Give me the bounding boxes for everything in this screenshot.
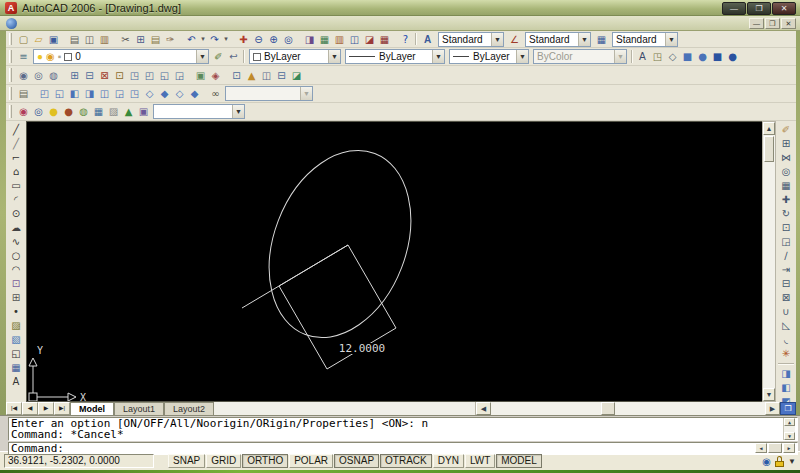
doc-close-button[interactable]: ✕ (781, 18, 796, 29)
scroll-down-icon[interactable]: ▼ (763, 388, 775, 401)
view-sw-isometric-icon[interactable]: ◇ (142, 86, 157, 101)
erase-icon[interactable]: ✐ (779, 123, 794, 137)
bring-to-front-icon[interactable]: ◨ (779, 367, 794, 381)
zoom-realtime-icon[interactable]: ⊖ (251, 32, 266, 47)
table-icon[interactable]: ▦ (9, 361, 24, 375)
orbit-icon[interactable]: ◎ (31, 68, 46, 83)
construction-line-icon[interactable]: ╱ (9, 137, 24, 151)
toggle-otrack[interactable]: OTRACK (380, 454, 432, 468)
separate-icon[interactable]: ◫ (259, 68, 274, 83)
combo-arrow-icon[interactable]: ▼ (328, 50, 340, 63)
layer-previous-icon[interactable]: ↩ (226, 49, 241, 64)
slice-icon[interactable]: ◪ (289, 68, 304, 83)
polygon-icon[interactable]: ⌂ (9, 165, 24, 179)
layer-translate-icon[interactable]: ◳ (650, 49, 665, 64)
offset-icon[interactable]: ◎ (779, 165, 794, 179)
fog-icon[interactable]: ▨ (106, 104, 121, 119)
solidedit-subtract-icon[interactable]: ⊟ (82, 68, 97, 83)
designcenter-icon[interactable]: ▦ (317, 32, 332, 47)
text-style-combo[interactable]: Standard ▼ (438, 32, 504, 47)
combo-arrow-icon[interactable]: ▼ (491, 33, 503, 46)
publish-icon[interactable]: ▥ (97, 32, 112, 47)
minimize-button[interactable]: — (722, 2, 746, 15)
extrude-faces-icon[interactable]: ⊡ (112, 68, 127, 83)
join-icon[interactable]: ∪ (779, 305, 794, 319)
scroll-left-icon[interactable]: ◀ (755, 443, 767, 453)
gouraud-shaded-icon[interactable]: ■ (710, 49, 725, 64)
gradient-icon[interactable]: ▧ (9, 333, 24, 347)
view-bottom-icon[interactable]: ◱ (52, 86, 67, 101)
offset-faces-icon[interactable]: ◰ (142, 68, 157, 83)
shaded-edges-icon[interactable]: ● (725, 49, 740, 64)
horizontal-scrollbar[interactable]: ◀ ▶ (475, 402, 780, 415)
solidedit-union-icon[interactable]: ⊞ (67, 68, 82, 83)
table-style-combo[interactable]: Standard ▼ (612, 32, 678, 47)
render-icon[interactable]: ◉ (16, 104, 31, 119)
continuous-orbit-icon[interactable]: ◍ (46, 68, 61, 83)
toggle-model[interactable]: MODEL (496, 454, 542, 468)
sheet-set-manager-icon[interactable]: ◫ (347, 32, 362, 47)
linetype-control-combo[interactable]: ByLayer ▼ (345, 49, 445, 64)
insert-block-icon[interactable]: ⊡ (9, 277, 24, 291)
render-preferences-icon[interactable]: ▣ (136, 104, 151, 119)
copy-icon[interactable]: ⊞ (133, 32, 148, 47)
send-to-back-icon[interactable]: ◧ (779, 381, 794, 395)
maximize-button[interactable]: ❒ (747, 2, 771, 15)
materials-icon[interactable]: ● (61, 104, 76, 119)
scroll-thumb[interactable] (768, 443, 782, 453)
view-3d-icon[interactable]: ◳ (127, 86, 142, 101)
zoom-previous-icon[interactable]: ◎ (281, 32, 296, 47)
imprint-icon[interactable]: ▣ (193, 68, 208, 83)
make-block-icon[interactable]: ⊞ (9, 291, 24, 305)
fillet-icon[interactable]: ◟ (779, 333, 794, 347)
break-icon[interactable]: ⊠ (779, 291, 794, 305)
tab-next-button[interactable]: ▶ (38, 402, 54, 415)
command-history[interactable]: Enter an option [ON/OFF/All/Noorigin/ORi… (8, 417, 798, 441)
doc-minimize-button[interactable]: — (749, 18, 764, 29)
explode-icon[interactable]: ✳ (779, 347, 794, 361)
layer-on-bulb-icon[interactable]: ● (37, 51, 43, 62)
scroll-right-icon[interactable]: ▶ (783, 443, 795, 453)
undo-icon[interactable]: ↶ (184, 32, 199, 47)
color-control-combo[interactable]: ByLayer ▼ (249, 49, 341, 64)
section-icon[interactable]: ⊟ (274, 68, 289, 83)
named-views-icon[interactable]: ▤ (16, 86, 31, 101)
view-ne-isometric-icon[interactable]: ◇ (172, 86, 187, 101)
match-properties-icon[interactable]: ✑ (163, 32, 178, 47)
properties-icon[interactable]: ◨ (302, 32, 317, 47)
render-preset-combo[interactable]: ▼ (153, 104, 245, 119)
scroll-left-icon[interactable]: ◀ (476, 402, 491, 415)
copy-object-icon[interactable]: ⊞ (779, 137, 794, 151)
mirror-icon[interactable]: ⋈ (779, 151, 794, 165)
scroll-down-icon[interactable]: ▼ (784, 432, 795, 440)
status-menu-arrow-icon[interactable]: ▼ (788, 457, 796, 466)
clean-icon[interactable]: ◈ (208, 68, 223, 83)
scroll-up-icon[interactable]: ▲ (784, 418, 795, 426)
wireframe-icon[interactable]: ◇ (665, 49, 680, 64)
help-icon[interactable]: ? (398, 32, 413, 47)
save-icon[interactable]: ▣ (46, 32, 61, 47)
tab-first-button[interactable]: |◀ (6, 402, 22, 415)
array-icon[interactable]: ▦ (779, 179, 794, 193)
doc-restore-button[interactable]: ❒ (765, 18, 780, 29)
communication-center-icon[interactable]: ◉ (762, 456, 771, 467)
plot-icon[interactable]: ▤ (67, 32, 82, 47)
combo-arrow-icon[interactable]: ▼ (432, 50, 444, 63)
view-back-icon[interactable]: ◲ (112, 86, 127, 101)
combo-arrow-icon[interactable]: ▼ (578, 33, 590, 46)
toggle-polar[interactable]: POLAR (289, 454, 333, 468)
toolbar-grip[interactable] (9, 87, 12, 101)
flat-shaded-icon[interactable]: ● (695, 49, 710, 64)
scroll-thumb[interactable] (764, 136, 774, 162)
combo-arrow-icon[interactable]: ▼ (232, 105, 244, 118)
tool-palettes-icon[interactable]: ▥ (332, 32, 347, 47)
text-annotation-icon[interactable]: A (635, 49, 650, 64)
toggle-ortho[interactable]: ORTHO (242, 454, 288, 468)
command-scrollbar[interactable]: ▲ ▼ (783, 418, 795, 440)
stretch-icon[interactable]: ◲ (779, 235, 794, 249)
toggle-snap[interactable]: SNAP (168, 454, 205, 468)
break-at-point-icon[interactable]: ⊟ (779, 277, 794, 291)
extend-icon[interactable]: ⇥ (779, 263, 794, 277)
make-object-layer-current-icon[interactable]: ✐ (211, 49, 226, 64)
command-prompt[interactable]: Command: (11, 443, 755, 454)
